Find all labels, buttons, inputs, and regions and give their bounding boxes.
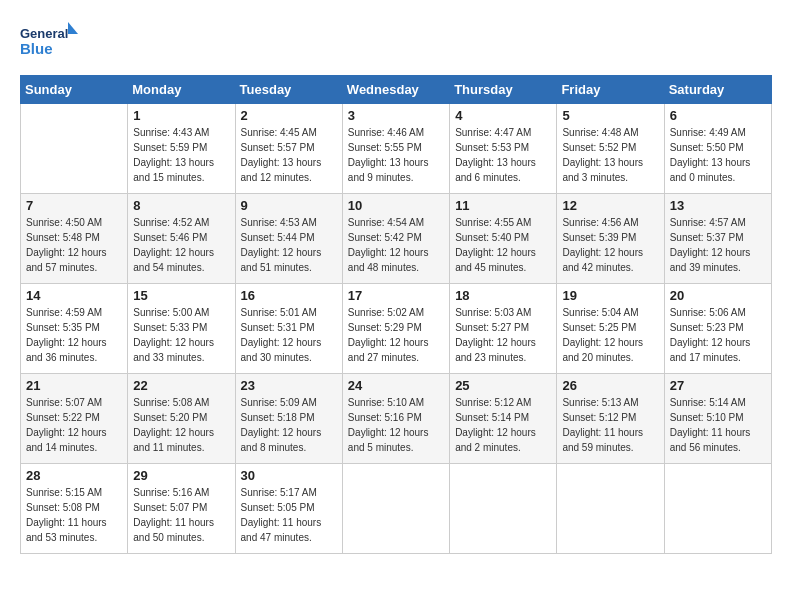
day-info: Sunrise: 5:04 AMSunset: 5:25 PMDaylight:… <box>562 305 658 365</box>
day-info: Sunrise: 4:45 AMSunset: 5:57 PMDaylight:… <box>241 125 337 185</box>
day-info: Sunrise: 5:13 AMSunset: 5:12 PMDaylight:… <box>562 395 658 455</box>
calendar-cell <box>557 464 664 554</box>
day-info: Sunrise: 4:47 AMSunset: 5:53 PMDaylight:… <box>455 125 551 185</box>
calendar-cell: 25Sunrise: 5:12 AMSunset: 5:14 PMDayligh… <box>450 374 557 464</box>
calendar-cell: 2Sunrise: 4:45 AMSunset: 5:57 PMDaylight… <box>235 104 342 194</box>
day-number: 27 <box>670 378 766 393</box>
day-number: 1 <box>133 108 229 123</box>
day-number: 19 <box>562 288 658 303</box>
calendar-cell: 11Sunrise: 4:55 AMSunset: 5:40 PMDayligh… <box>450 194 557 284</box>
day-number: 7 <box>26 198 122 213</box>
day-number: 17 <box>348 288 444 303</box>
weekday-row: SundayMondayTuesdayWednesdayThursdayFrid… <box>21 76 772 104</box>
day-number: 2 <box>241 108 337 123</box>
logo-svg: General Blue <box>20 20 80 65</box>
day-number: 13 <box>670 198 766 213</box>
day-info: Sunrise: 4:57 AMSunset: 5:37 PMDaylight:… <box>670 215 766 275</box>
calendar-cell: 26Sunrise: 5:13 AMSunset: 5:12 PMDayligh… <box>557 374 664 464</box>
day-info: Sunrise: 5:01 AMSunset: 5:31 PMDaylight:… <box>241 305 337 365</box>
calendar-cell: 7Sunrise: 4:50 AMSunset: 5:48 PMDaylight… <box>21 194 128 284</box>
day-info: Sunrise: 4:46 AMSunset: 5:55 PMDaylight:… <box>348 125 444 185</box>
day-number: 8 <box>133 198 229 213</box>
calendar-week-1: 1Sunrise: 4:43 AMSunset: 5:59 PMDaylight… <box>21 104 772 194</box>
weekday-header-wednesday: Wednesday <box>342 76 449 104</box>
calendar-cell: 14Sunrise: 4:59 AMSunset: 5:35 PMDayligh… <box>21 284 128 374</box>
day-number: 21 <box>26 378 122 393</box>
svg-text:Blue: Blue <box>20 40 53 57</box>
calendar-week-2: 7Sunrise: 4:50 AMSunset: 5:48 PMDaylight… <box>21 194 772 284</box>
weekday-header-monday: Monday <box>128 76 235 104</box>
calendar-cell: 1Sunrise: 4:43 AMSunset: 5:59 PMDaylight… <box>128 104 235 194</box>
calendar-cell: 5Sunrise: 4:48 AMSunset: 5:52 PMDaylight… <box>557 104 664 194</box>
calendar-week-5: 28Sunrise: 5:15 AMSunset: 5:08 PMDayligh… <box>21 464 772 554</box>
day-number: 23 <box>241 378 337 393</box>
calendar-cell: 20Sunrise: 5:06 AMSunset: 5:23 PMDayligh… <box>664 284 771 374</box>
day-info: Sunrise: 4:49 AMSunset: 5:50 PMDaylight:… <box>670 125 766 185</box>
day-info: Sunrise: 4:54 AMSunset: 5:42 PMDaylight:… <box>348 215 444 275</box>
weekday-header-sunday: Sunday <box>21 76 128 104</box>
calendar-cell: 30Sunrise: 5:17 AMSunset: 5:05 PMDayligh… <box>235 464 342 554</box>
day-info: Sunrise: 5:09 AMSunset: 5:18 PMDaylight:… <box>241 395 337 455</box>
logo: General Blue <box>20 20 80 65</box>
calendar-body: 1Sunrise: 4:43 AMSunset: 5:59 PMDaylight… <box>21 104 772 554</box>
calendar-cell: 6Sunrise: 4:49 AMSunset: 5:50 PMDaylight… <box>664 104 771 194</box>
day-info: Sunrise: 5:15 AMSunset: 5:08 PMDaylight:… <box>26 485 122 545</box>
day-info: Sunrise: 5:14 AMSunset: 5:10 PMDaylight:… <box>670 395 766 455</box>
calendar-cell <box>21 104 128 194</box>
day-number: 29 <box>133 468 229 483</box>
day-number: 24 <box>348 378 444 393</box>
day-info: Sunrise: 5:10 AMSunset: 5:16 PMDaylight:… <box>348 395 444 455</box>
day-info: Sunrise: 5:16 AMSunset: 5:07 PMDaylight:… <box>133 485 229 545</box>
day-info: Sunrise: 5:03 AMSunset: 5:27 PMDaylight:… <box>455 305 551 365</box>
day-number: 15 <box>133 288 229 303</box>
calendar-cell: 10Sunrise: 4:54 AMSunset: 5:42 PMDayligh… <box>342 194 449 284</box>
weekday-header-thursday: Thursday <box>450 76 557 104</box>
day-number: 30 <box>241 468 337 483</box>
calendar-week-3: 14Sunrise: 4:59 AMSunset: 5:35 PMDayligh… <box>21 284 772 374</box>
day-number: 28 <box>26 468 122 483</box>
calendar-cell: 12Sunrise: 4:56 AMSunset: 5:39 PMDayligh… <box>557 194 664 284</box>
calendar-cell: 21Sunrise: 5:07 AMSunset: 5:22 PMDayligh… <box>21 374 128 464</box>
day-info: Sunrise: 4:43 AMSunset: 5:59 PMDaylight:… <box>133 125 229 185</box>
calendar-cell: 16Sunrise: 5:01 AMSunset: 5:31 PMDayligh… <box>235 284 342 374</box>
calendar-cell: 13Sunrise: 4:57 AMSunset: 5:37 PMDayligh… <box>664 194 771 284</box>
calendar-cell: 24Sunrise: 5:10 AMSunset: 5:16 PMDayligh… <box>342 374 449 464</box>
day-number: 20 <box>670 288 766 303</box>
day-info: Sunrise: 5:02 AMSunset: 5:29 PMDaylight:… <box>348 305 444 365</box>
calendar-cell: 8Sunrise: 4:52 AMSunset: 5:46 PMDaylight… <box>128 194 235 284</box>
calendar-cell: 18Sunrise: 5:03 AMSunset: 5:27 PMDayligh… <box>450 284 557 374</box>
day-number: 4 <box>455 108 551 123</box>
day-number: 26 <box>562 378 658 393</box>
day-info: Sunrise: 4:53 AMSunset: 5:44 PMDaylight:… <box>241 215 337 275</box>
calendar-cell: 15Sunrise: 5:00 AMSunset: 5:33 PMDayligh… <box>128 284 235 374</box>
calendar-header: SundayMondayTuesdayWednesdayThursdayFrid… <box>21 76 772 104</box>
day-info: Sunrise: 5:07 AMSunset: 5:22 PMDaylight:… <box>26 395 122 455</box>
day-info: Sunrise: 5:00 AMSunset: 5:33 PMDaylight:… <box>133 305 229 365</box>
calendar-week-4: 21Sunrise: 5:07 AMSunset: 5:22 PMDayligh… <box>21 374 772 464</box>
day-number: 16 <box>241 288 337 303</box>
day-number: 25 <box>455 378 551 393</box>
day-number: 11 <box>455 198 551 213</box>
page-header: General Blue <box>20 20 772 65</box>
day-number: 10 <box>348 198 444 213</box>
svg-marker-2 <box>68 22 78 34</box>
day-number: 5 <box>562 108 658 123</box>
day-info: Sunrise: 4:52 AMSunset: 5:46 PMDaylight:… <box>133 215 229 275</box>
calendar-cell: 27Sunrise: 5:14 AMSunset: 5:10 PMDayligh… <box>664 374 771 464</box>
day-info: Sunrise: 5:17 AMSunset: 5:05 PMDaylight:… <box>241 485 337 545</box>
calendar-cell: 17Sunrise: 5:02 AMSunset: 5:29 PMDayligh… <box>342 284 449 374</box>
day-number: 3 <box>348 108 444 123</box>
day-number: 22 <box>133 378 229 393</box>
day-info: Sunrise: 5:08 AMSunset: 5:20 PMDaylight:… <box>133 395 229 455</box>
day-info: Sunrise: 4:48 AMSunset: 5:52 PMDaylight:… <box>562 125 658 185</box>
day-info: Sunrise: 4:56 AMSunset: 5:39 PMDaylight:… <box>562 215 658 275</box>
day-info: Sunrise: 4:55 AMSunset: 5:40 PMDaylight:… <box>455 215 551 275</box>
day-info: Sunrise: 5:12 AMSunset: 5:14 PMDaylight:… <box>455 395 551 455</box>
day-number: 12 <box>562 198 658 213</box>
calendar-table: SundayMondayTuesdayWednesdayThursdayFrid… <box>20 75 772 554</box>
calendar-cell: 19Sunrise: 5:04 AMSunset: 5:25 PMDayligh… <box>557 284 664 374</box>
weekday-header-tuesday: Tuesday <box>235 76 342 104</box>
day-number: 18 <box>455 288 551 303</box>
calendar-cell <box>342 464 449 554</box>
calendar-cell: 28Sunrise: 5:15 AMSunset: 5:08 PMDayligh… <box>21 464 128 554</box>
